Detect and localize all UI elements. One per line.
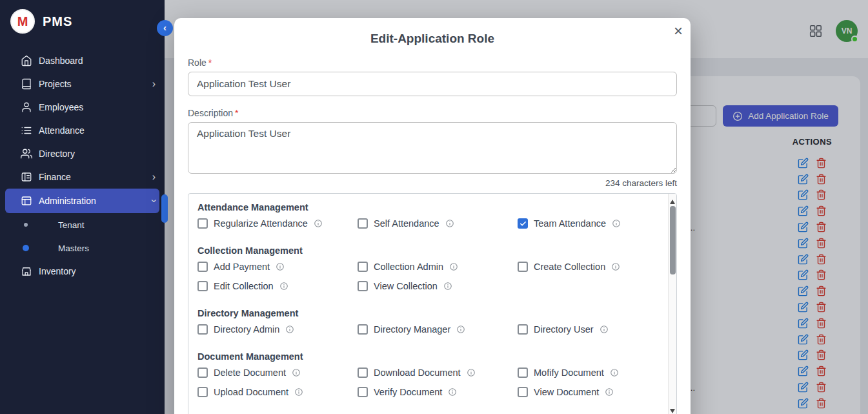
permission-checkbox-item[interactable]: Directory User: [518, 324, 654, 335]
bullet-icon: [24, 223, 28, 227]
permission-section-title: Directory Management: [197, 308, 654, 318]
required-asterisk: *: [235, 108, 238, 118]
checkbox[interactable]: [518, 218, 528, 229]
permission-checkbox-item[interactable]: Verify Document: [358, 387, 518, 397]
sidebar-item-directory[interactable]: Directory: [0, 142, 165, 165]
permission-label: Directory Manager: [374, 324, 450, 335]
permission-section: Attendance Management Regularize Attenda…: [197, 202, 654, 229]
checkbox[interactable]: [358, 367, 368, 378]
permission-checkbox-item[interactable]: Team Attendance: [518, 218, 654, 229]
role-input[interactable]: [188, 72, 677, 96]
checkbox[interactable]: [358, 281, 368, 291]
sidebar-item-label: Masters: [58, 243, 89, 253]
sidebar-item-label: Inventory: [39, 266, 76, 276]
sidebar-subitem-tenant[interactable]: Tenant: [0, 213, 165, 236]
info-icon[interactable]: [279, 282, 288, 291]
permission-checkbox-item[interactable]: View Document: [518, 387, 654, 397]
permission-label: Directory User: [534, 324, 594, 335]
info-icon[interactable]: [467, 368, 476, 377]
app-logo[interactable]: M PMS: [0, 0, 165, 40]
description-textarea[interactable]: Application Test User: [188, 122, 677, 174]
sidebar-item-label: Administration: [39, 196, 96, 206]
sidebar-item-employees[interactable]: Employees: [0, 96, 165, 119]
info-icon[interactable]: [285, 325, 294, 334]
permission-checkbox-item[interactable]: Download Document: [358, 367, 518, 378]
permission-checkbox-item[interactable]: Regularize Attendance: [197, 218, 358, 229]
checkbox[interactable]: [518, 262, 528, 272]
characters-left-counter: 234 characters left: [188, 178, 677, 188]
person-icon: [21, 101, 32, 113]
sidebar-item-label: Directory: [39, 149, 75, 159]
sidebar-item-label: Projects: [39, 79, 72, 89]
info-icon[interactable]: [314, 219, 323, 228]
check-icon: [520, 220, 527, 227]
info-icon[interactable]: [612, 219, 621, 228]
info-icon[interactable]: [605, 388, 614, 397]
checkbox[interactable]: [358, 262, 368, 272]
permission-section-title: Attendance Management: [197, 202, 654, 212]
permission-checkbox-item[interactable]: Delete Document: [197, 367, 358, 378]
info-icon[interactable]: [610, 368, 619, 377]
sidebar-menu: Dashboard Projects › Employees: [0, 49, 165, 283]
permission-checkbox-item[interactable]: Edit Collection: [197, 281, 358, 291]
sidebar-item-attendance[interactable]: Attendance: [0, 119, 165, 142]
permissions-list: Attendance Management Regularize Attenda…: [188, 202, 676, 397]
info-icon[interactable]: [294, 388, 303, 397]
checkbox[interactable]: [358, 387, 368, 397]
info-icon[interactable]: [456, 325, 465, 334]
checkbox[interactable]: [197, 387, 208, 397]
checkbox[interactable]: [518, 387, 528, 397]
chevron-right-icon: ›: [152, 171, 156, 183]
info-icon[interactable]: [292, 368, 301, 377]
checkbox[interactable]: [518, 367, 528, 378]
scroll-down-arrow-icon[interactable]: [670, 409, 675, 414]
sidebar-item-label: Employees: [39, 102, 83, 112]
permission-checkbox-item[interactable]: Create Collection: [518, 262, 654, 272]
scrollbar-thumb[interactable]: [670, 206, 676, 274]
checkbox[interactable]: [197, 324, 208, 335]
permission-label: Verify Document: [374, 387, 442, 397]
logo-mark: M: [10, 9, 35, 34]
permission-label: View Collection: [374, 281, 438, 291]
close-icon[interactable]: ×: [674, 23, 683, 39]
dialog-body: Role* Description* Application Test User…: [174, 57, 691, 414]
permission-label: Edit Collection: [214, 281, 274, 291]
list-icon: [21, 125, 32, 136]
sidebar-collapse-button[interactable]: ‹: [157, 20, 173, 36]
sidebar-item-dashboard[interactable]: Dashboard: [0, 49, 165, 72]
checkbox[interactable]: [197, 281, 208, 291]
checkbox[interactable]: [358, 218, 368, 229]
checkbox[interactable]: [197, 367, 208, 378]
checkbox[interactable]: [518, 324, 528, 335]
info-icon[interactable]: [611, 262, 620, 271]
info-icon[interactable]: [448, 388, 457, 397]
description-label-text: Description: [188, 108, 233, 118]
sidebar-item-inventory[interactable]: Inventory: [0, 260, 165, 283]
permission-checkbox-item[interactable]: View Collection: [358, 281, 518, 291]
permission-checkbox-item[interactable]: Add Payment: [197, 262, 358, 272]
permission-checkbox-item[interactable]: Upload Document: [197, 387, 358, 397]
permission-checkbox-item[interactable]: Collection Admin: [358, 262, 518, 272]
info-icon[interactable]: [449, 262, 458, 271]
permission-checkbox-item[interactable]: Mofify Document: [518, 367, 654, 378]
info-icon[interactable]: [276, 262, 285, 271]
permission-checkbox-item[interactable]: Directory Admin: [197, 324, 358, 335]
checkbox[interactable]: [358, 324, 368, 335]
people-icon: [21, 148, 32, 160]
scroll-up-arrow-icon[interactable]: [670, 197, 675, 204]
sidebar-subitem-masters[interactable]: Masters: [0, 236, 165, 260]
permission-checkbox-item[interactable]: Self Attendance: [358, 218, 518, 229]
sidebar-item-finance[interactable]: Finance ›: [0, 165, 165, 189]
sidebar-item-projects[interactable]: Projects ›: [0, 72, 165, 96]
info-icon[interactable]: [600, 325, 609, 334]
info-icon[interactable]: [445, 219, 454, 228]
sidebar-item-administration[interactable]: Administration ›: [5, 189, 159, 213]
permission-checkbox-item[interactable]: Directory Manager: [358, 324, 518, 335]
permissions-scrollbar[interactable]: [668, 194, 676, 414]
checkbox[interactable]: [197, 262, 208, 272]
checkbox[interactable]: [197, 218, 208, 229]
chevron-right-icon: ›: [152, 78, 156, 90]
role-label-text: Role: [188, 57, 207, 68]
home-icon: [21, 55, 32, 67]
info-icon[interactable]: [443, 282, 452, 291]
